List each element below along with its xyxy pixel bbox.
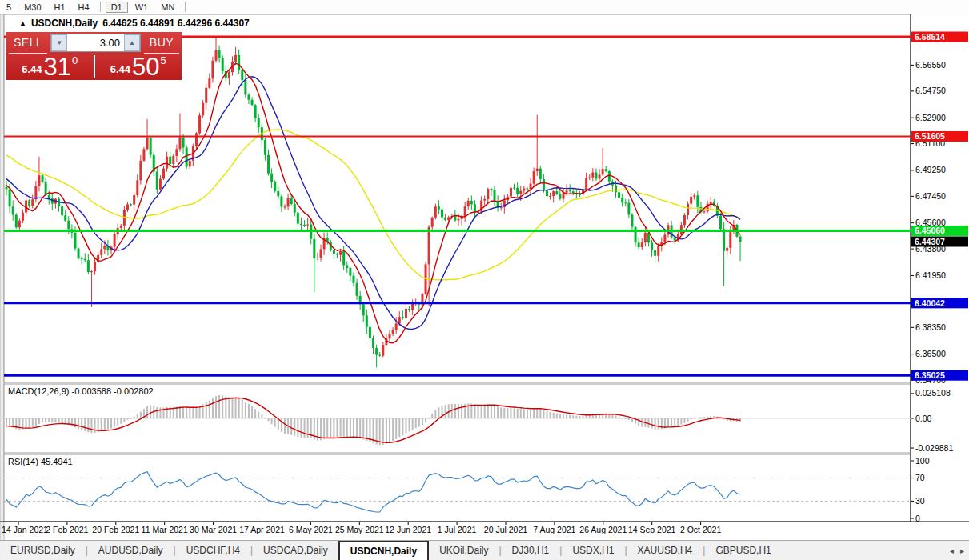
trade-buttons-row: SELL ▼ ▲ BUY: [6, 32, 182, 54]
price-level-badge-label: 6.58514: [915, 32, 945, 42]
rsi-indicator-label: RSI(14) 45.4941: [8, 457, 73, 466]
date-tick-label: 12 Jun 2021: [385, 525, 431, 534]
buy-price[interactable]: 6.44 50 5: [95, 54, 182, 80]
date-tick-label: 14 Sep 2021: [628, 525, 676, 534]
chart-canvas[interactable]: 6.565506.547506.529006.511006.492506.474…: [0, 13, 969, 541]
date-tick-label: 11 Mar 2021: [142, 525, 188, 534]
symbol-arrow-icon: ▲: [19, 19, 26, 27]
sell-price[interactable]: 6.44 31 0: [6, 54, 94, 80]
timeframe-d1[interactable]: D1: [106, 2, 128, 13]
buy-price-big: 50: [132, 56, 159, 78]
timeframe-mn[interactable]: MN: [155, 2, 180, 13]
date-tick-label: 17 Apr 2021: [239, 525, 285, 534]
date-tick-label: 14 Jan 2021: [2, 525, 48, 534]
symbol-tab-usdcnh[interactable]: USDCNH,Daily: [338, 541, 429, 560]
price-tick-label: 6.41950: [915, 270, 946, 280]
price-level-badge-label: 6.45060: [915, 226, 945, 235]
toolbar-separator: [185, 2, 186, 12]
sell-price-pip: 0: [72, 54, 78, 66]
candle: [78, 247, 80, 259]
macd-tick-label: 0.00: [915, 414, 932, 423]
price-level-badge-label: 6.40042: [915, 298, 945, 308]
toolbar-separator: [100, 2, 101, 12]
price-tick-label: 6.49250: [915, 165, 946, 174]
timeframe-w1[interactable]: W1: [130, 2, 154, 13]
symbol-tab-ukoil[interactable]: UKOil,Daily: [429, 541, 499, 560]
date-tick-label: 26 Aug 2021: [579, 525, 627, 534]
volume-decrease-button[interactable]: ▼: [51, 34, 67, 51]
price-level-badge-label: 6.51605: [915, 131, 945, 141]
price-tick-label: 6.36500: [915, 349, 946, 358]
date-tick-label: 7 Aug 2021: [533, 525, 575, 534]
price-tick-label: 6.54750: [915, 86, 946, 95]
candle: [274, 180, 276, 192]
rsi-tick-label: 100: [915, 456, 930, 466]
volume-input[interactable]: [67, 34, 124, 51]
rsi-tick-label: 0: [915, 514, 920, 523]
sell-price-big: 31: [44, 56, 71, 78]
symbol-tab-eurusd[interactable]: EURUSD,Daily: [0, 541, 86, 560]
date-tick-label: 6 May 2021: [289, 525, 333, 534]
timeframe-h4[interactable]: H4: [73, 2, 95, 13]
symbol-tab-xauusd[interactable]: XAUUSD,H4: [627, 541, 703, 560]
tab-scroll-arrows: ◂ ▸: [950, 541, 964, 560]
date-tick-label: 25 May 2021: [335, 525, 384, 534]
price-tick-label: 6.56550: [915, 60, 946, 70]
date-tick-label: 30 Mar 2021: [190, 525, 237, 534]
left-gutter: [0, 14, 4, 541]
chart-title: ▲ USDCNH,Daily 6.44625 6.44891 6.44296 6…: [19, 18, 250, 29]
date-tick-label: 1 Jul 2021: [438, 525, 477, 534]
candle: [15, 213, 18, 229]
chevron-up-icon: ▲: [129, 39, 135, 46]
symbol-tab-gbpusd[interactable]: GBPUSD,H1: [705, 541, 781, 560]
macd-indicator-label: MACD(12,26,9) -0.003588 -0.002802: [8, 386, 154, 396]
trade-prices-row: 6.44 31 0 6.44 50 5: [6, 54, 182, 80]
macd-tick-label: -0.029881: [915, 443, 953, 453]
candle: [369, 325, 371, 340]
date-tick-label: 20 Feb 2021: [92, 525, 139, 534]
buy-button[interactable]: BUY: [144, 32, 179, 54]
tab-scroll-left-icon[interactable]: ◂: [950, 546, 954, 555]
price-tick-label: 6.38350: [915, 322, 946, 332]
sell-price-prefix: 6.44: [22, 63, 42, 75]
date-tick-label: 2 Oct 2021: [680, 525, 722, 534]
symbol-tab-usdx[interactable]: USDX,H1: [562, 541, 624, 560]
candle: [222, 55, 224, 74]
sell-button[interactable]: SELL: [9, 32, 47, 54]
price-tick-label: 6.47450: [915, 191, 946, 201]
macd-tick-label: 0.025108: [915, 388, 951, 398]
tab-scroll-right-icon[interactable]: ▸: [960, 546, 964, 555]
buy-price-pip: 5: [161, 54, 166, 66]
trading-terminal: 5M30H1H4D1W1MN 6.565506.547506.529006.51…: [0, 0, 969, 560]
chart-ohlc-values: 6.44625 6.44891 6.44296 6.44307: [102, 18, 250, 29]
timeframe-h1[interactable]: H1: [49, 2, 71, 13]
candle: [198, 113, 201, 135]
candle: [186, 145, 188, 169]
date-tick-label: 20 Jul 2021: [484, 525, 527, 534]
price-level-badge-label: 6.44307: [915, 237, 945, 246]
symbol-tab-usdcad[interactable]: USDCAD,Daily: [253, 541, 338, 560]
candle: [195, 132, 198, 149]
symbol-tab-dj30[interactable]: DJ30,H1: [502, 541, 560, 560]
candle: [142, 147, 145, 162]
timeframe-5[interactable]: 5: [1, 2, 17, 13]
timeframe-m30[interactable]: M30: [18, 2, 46, 13]
date-tick-label: 2 Feb 2021: [46, 525, 88, 534]
one-click-trade-widget: SELL ▼ ▲ BUY 6.44 31 0 6.44 50 5: [6, 32, 182, 80]
volume-increase-button[interactable]: ▲: [124, 34, 140, 51]
chart-symbol-label: USDCNH,Daily: [31, 18, 98, 29]
symbol-tab-usdchf[interactable]: USDCHF,H4: [176, 541, 250, 560]
rsi-tick-label: 30: [915, 496, 925, 506]
rsi-pane[interactable]: [4, 454, 911, 522]
symbol-tabbar: EURUSD,Daily|AUDUSD,Daily|USDCHF,H4|USDC…: [0, 540, 969, 560]
price-tick-label: 6.52900: [915, 113, 946, 122]
chevron-down-icon: ▼: [56, 39, 62, 46]
symbol-tab-audusd[interactable]: AUDUSD,Daily: [88, 541, 174, 560]
price-level-badge-label: 6.35025: [915, 370, 945, 380]
rsi-tick-label: 70: [915, 473, 925, 482]
buy-price-prefix: 6.44: [110, 63, 130, 75]
volume-spinner: ▼ ▲: [50, 34, 141, 52]
